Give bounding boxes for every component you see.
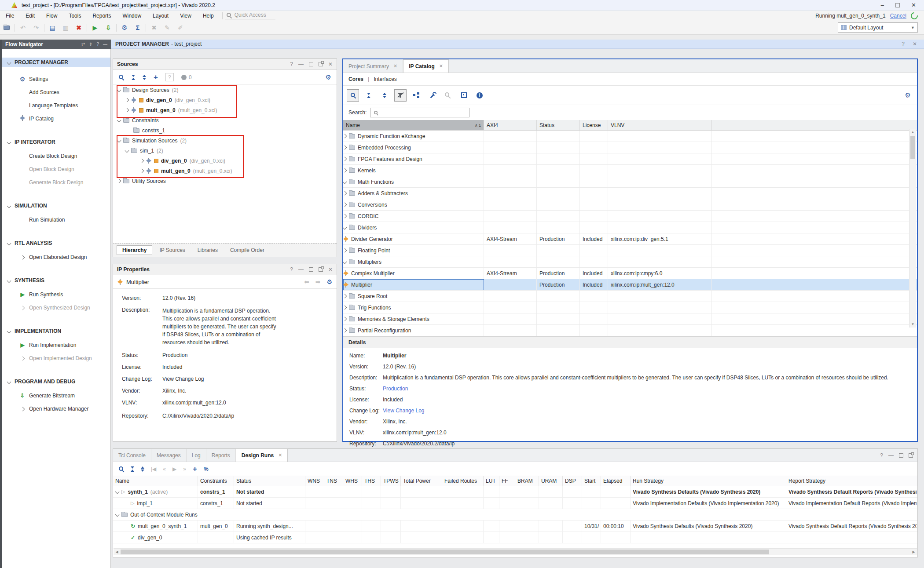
gear-icon[interactable]: ⚙ bbox=[326, 278, 332, 285]
tab-design-runs[interactable]: Design Runs✕ bbox=[236, 448, 288, 462]
run-row-impl-1[interactable]: ▷impl_1 constrs_1 Not started Vivado Imp… bbox=[113, 498, 917, 509]
gear-icon[interactable]: ⚙ bbox=[905, 91, 911, 99]
catalog-row[interactable]: Trig Functions bbox=[343, 302, 917, 313]
close-icon[interactable]: ✕ bbox=[913, 41, 917, 47]
close-tab-icon[interactable]: ✕ bbox=[439, 63, 443, 69]
catalog-row[interactable]: CORDIC bbox=[343, 211, 917, 222]
tree-item-sim-mult-gen[interactable]: mult_gen_0(mult_gen_0.xci) bbox=[113, 166, 337, 176]
menu-reports[interactable]: Reports bbox=[87, 13, 117, 19]
report-sigma-icon[interactable]: Σ bbox=[131, 24, 144, 31]
catalog-row[interactable]: FPGA Features and Design bbox=[343, 153, 917, 165]
column-lut[interactable]: LUT bbox=[484, 476, 499, 486]
column-tpws[interactable]: TPWS bbox=[381, 476, 401, 486]
scroll-down-icon[interactable]: ▼ bbox=[909, 321, 916, 328]
column-total-power[interactable]: Total Power bbox=[401, 476, 442, 486]
details-status-link[interactable]: Production bbox=[383, 386, 408, 392]
column-vlnv[interactable]: VLNV bbox=[608, 120, 712, 130]
section-rtl-analysis[interactable]: RTL ANALYSIS bbox=[2, 238, 110, 248]
column-name[interactable]: Name bbox=[113, 476, 198, 486]
expand-collapse-icon[interactable]: ⇕ bbox=[89, 42, 92, 47]
expander-icon[interactable] bbox=[343, 260, 347, 264]
nav-settings[interactable]: ⚙Settings bbox=[2, 73, 110, 86]
expand-all-icon[interactable] bbox=[141, 466, 144, 472]
search-input[interactable] bbox=[370, 108, 469, 117]
column-start[interactable]: Start bbox=[582, 476, 601, 486]
expand-all-icon[interactable] bbox=[143, 75, 146, 80]
close-icon[interactable]: ✕ bbox=[911, 2, 916, 8]
expander-icon[interactable] bbox=[140, 169, 144, 173]
column-failed-routes[interactable]: Failed Routes bbox=[442, 476, 484, 486]
tab-tcl-console[interactable]: Tcl Console bbox=[113, 449, 151, 462]
tree-item-simulation-sources[interactable]: Simulation Sources(2) bbox=[113, 135, 337, 146]
column-tns[interactable]: TNS bbox=[324, 476, 343, 486]
section-ip-integrator[interactable]: IP INTEGRATOR bbox=[2, 137, 110, 147]
catalog-row[interactable]: Square Root bbox=[343, 291, 917, 302]
tree-item-utility-sources[interactable]: Utility Sources bbox=[113, 176, 337, 186]
tab-hierarchy[interactable]: Hierarchy bbox=[117, 245, 152, 255]
catalog-row[interactable]: Math Functions bbox=[343, 176, 917, 188]
ip-properties-header[interactable]: IP Properties ? — ✕ bbox=[113, 264, 337, 275]
column-run-strategy[interactable]: Run Strategy bbox=[631, 476, 786, 486]
settings-gear-icon[interactable]: ⚙ bbox=[118, 24, 131, 32]
vertical-scrollbar[interactable]: ▲ ▼ bbox=[909, 129, 916, 328]
float-panel-icon[interactable] bbox=[909, 453, 913, 458]
column-report-strategy[interactable]: Report Strategy bbox=[786, 476, 917, 486]
scroll-up-icon[interactable]: ▲ bbox=[909, 129, 916, 135]
close-tab-icon[interactable]: ✕ bbox=[278, 452, 282, 458]
create-run-icon[interactable]: + bbox=[193, 465, 197, 473]
minimize-icon[interactable]: – bbox=[881, 2, 884, 8]
maximize-icon[interactable] bbox=[895, 3, 900, 7]
percent-progress-icon[interactable]: % bbox=[204, 466, 209, 472]
nav-create-block-design[interactable]: Create Block Design bbox=[2, 149, 110, 163]
expander-icon[interactable] bbox=[140, 159, 144, 163]
filter-icon[interactable] bbox=[394, 89, 407, 102]
nav-open-hardware-manager[interactable]: Open Hardware Manager bbox=[2, 402, 110, 415]
scrollbar-thumb[interactable] bbox=[910, 136, 915, 159]
column-uram[interactable]: URAM bbox=[539, 476, 563, 486]
catalog-row-divider-generator[interactable]: Divider GeneratorAXI4-StreamProductionIn… bbox=[343, 233, 917, 245]
customize-ip-icon[interactable] bbox=[426, 89, 438, 102]
menu-tools[interactable]: Tools bbox=[63, 13, 87, 19]
nav-run-implementation[interactable]: ▶Run Implementation bbox=[2, 339, 110, 352]
scroll-right-icon[interactable]: ▶ bbox=[910, 549, 917, 555]
float-panel-icon[interactable] bbox=[319, 62, 323, 66]
search-icon[interactable] bbox=[347, 89, 359, 102]
expander-icon[interactable] bbox=[343, 294, 347, 299]
run-group-ooc-module-runs[interactable]: Out-of-Context Module Runs bbox=[113, 509, 917, 521]
menu-flow[interactable]: Flow bbox=[40, 13, 63, 19]
toggle-tree-icon[interactable]: ⇄ bbox=[81, 42, 85, 47]
catalog-row[interactable]: Kernels bbox=[343, 165, 917, 176]
copy-icon[interactable]: ▥ bbox=[59, 24, 72, 31]
help-icon[interactable]: ? bbox=[880, 452, 883, 459]
nav-run-synthesis[interactable]: ▶Run Synthesis bbox=[2, 288, 110, 301]
subtab-cores[interactable]: Cores bbox=[348, 76, 363, 82]
tab-messages[interactable]: Messages bbox=[151, 449, 187, 462]
undo-icon[interactable]: ↶ bbox=[16, 24, 29, 31]
expander-icon[interactable] bbox=[343, 134, 347, 138]
collapse-all-icon[interactable] bbox=[131, 466, 134, 472]
horizontal-scrollbar[interactable]: ◀ ▶ bbox=[114, 548, 917, 555]
expander-icon[interactable] bbox=[343, 180, 347, 184]
expander-icon[interactable] bbox=[125, 98, 129, 102]
tree-item-constraints[interactable]: Constraints bbox=[113, 115, 337, 125]
forward-arrow-icon[interactable]: ➡ bbox=[315, 278, 321, 285]
maximize-panel-icon[interactable] bbox=[309, 62, 313, 66]
help-icon[interactable]: ? bbox=[290, 266, 293, 273]
expander-icon[interactable] bbox=[343, 328, 347, 333]
delete-icon[interactable]: ✖ bbox=[72, 24, 85, 31]
tree-item-sim-1[interactable]: sim_1(2) bbox=[113, 146, 337, 156]
minimize-panel-icon[interactable]: — bbox=[888, 452, 894, 459]
help-icon[interactable]: ? bbox=[902, 41, 905, 47]
minimize-panel-icon[interactable]: — bbox=[298, 266, 304, 273]
tab-libraries[interactable]: Libraries bbox=[192, 246, 223, 255]
run-row-mult-gen-0-synth-1[interactable]: ↻mult_gen_0_synth_1 mult_gen_0 Running s… bbox=[113, 521, 917, 532]
expander-icon[interactable] bbox=[343, 317, 347, 321]
expander-icon[interactable] bbox=[115, 490, 120, 494]
menu-window[interactable]: Window bbox=[117, 13, 147, 19]
maximize-panel-icon[interactable] bbox=[309, 267, 313, 272]
cancel-run-link[interactable]: Cancel bbox=[890, 13, 906, 19]
nav-run-simulation[interactable]: Run Simulation bbox=[2, 213, 110, 226]
column-whs[interactable]: WHS bbox=[343, 476, 362, 486]
device-chip-icon[interactable] bbox=[458, 89, 470, 102]
catalog-row[interactable]: Dynamic Function eXchange bbox=[343, 131, 917, 142]
